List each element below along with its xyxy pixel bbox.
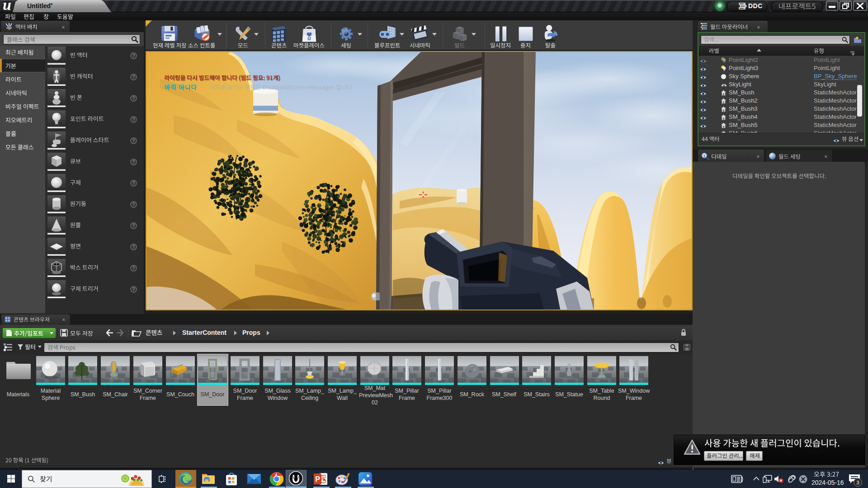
svg-text:?: ? (132, 181, 135, 186)
svg-text:P: P (315, 475, 320, 483)
svg-text:?: ? (132, 53, 135, 58)
svg-text:?: ? (132, 287, 135, 292)
svg-text:?: ? (132, 223, 135, 228)
svg-text:3: 3 (856, 480, 859, 485)
svg-text:?: ? (132, 202, 135, 207)
svg-text:?: ? (132, 160, 135, 164)
svg-text:?: ? (132, 117, 135, 122)
svg-text:?: ? (132, 96, 135, 101)
svg-text:?: ? (132, 75, 135, 80)
svg-text:?: ? (132, 244, 135, 249)
svg-text:u: u (307, 34, 311, 42)
svg-text:?: ? (132, 138, 135, 143)
svg-text:?: ? (132, 266, 135, 271)
